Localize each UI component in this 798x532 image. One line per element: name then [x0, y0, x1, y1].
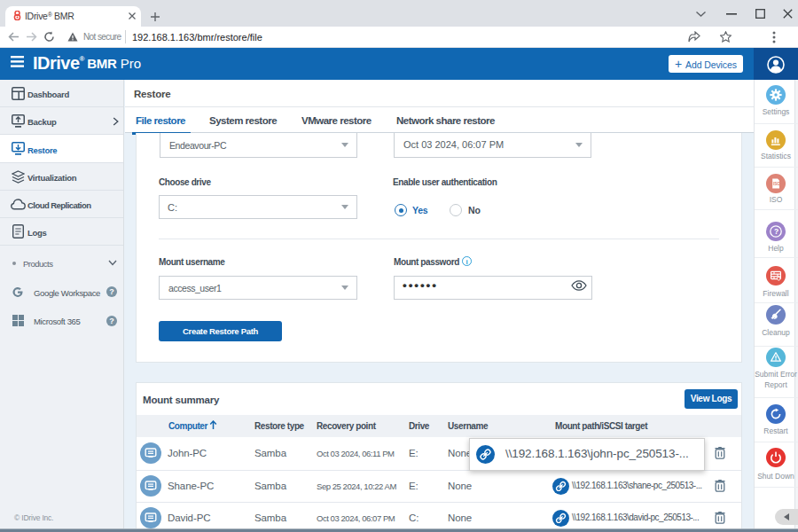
svg-text:?: ?	[774, 227, 778, 236]
svg-text:ISO: ISO	[773, 182, 780, 186]
